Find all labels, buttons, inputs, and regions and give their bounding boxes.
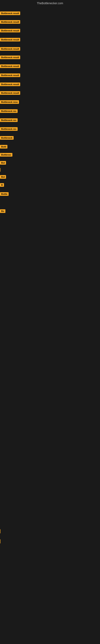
- bottleneck-badge-container-17: Bottlenec: [0, 153, 12, 158]
- bottleneck-badge-container-12: Bottleneck res: [0, 109, 18, 114]
- bottleneck-badge-1[interactable]: Bottleneck result: [0, 12, 20, 15]
- bottleneck-badge-container-19: Bot: [0, 175, 6, 180]
- bottleneck-badge-container-3: Bottleneck result: [0, 29, 20, 33]
- bottleneck-badge-container-10: Bottleneck result: [0, 91, 20, 96]
- bottleneck-badge-container-18: Bot: [0, 161, 6, 166]
- bottleneck-badge-3[interactable]: Bottleneck result: [0, 29, 20, 32]
- vertical-line-2: [0, 529, 0, 533]
- bottleneck-badge-16[interactable]: Bottl: [0, 145, 7, 148]
- bottleneck-badge-container-7: Bottleneck result: [0, 64, 20, 69]
- bottleneck-badge-4[interactable]: Bottleneck result: [0, 38, 20, 42]
- bottleneck-badge-5[interactable]: Bottleneck result: [0, 47, 20, 51]
- bottleneck-badge-13[interactable]: Bottleneck res: [0, 118, 18, 122]
- bottleneck-badge-18[interactable]: Bot: [0, 161, 6, 164]
- bottleneck-badge-container-16: Bottl: [0, 145, 7, 149]
- bottleneck-badge-container-2: Bottleneck result: [0, 20, 20, 24]
- bottleneck-badge-21[interactable]: Bottle: [0, 192, 9, 196]
- bottleneck-badge-container-8: Bottleneck result: [0, 74, 20, 78]
- bottleneck-badge-9[interactable]: Bottleneck result: [0, 82, 20, 86]
- bottleneck-badge-19[interactable]: Bot: [0, 175, 6, 179]
- bottleneck-badge-container-1: Bottleneck result: [0, 12, 20, 16]
- site-title: TheBottlenecker.com: [0, 0, 100, 6]
- bottleneck-badge-14[interactable]: Bottleneck res: [0, 127, 18, 131]
- bottleneck-badge-20[interactable]: B: [0, 183, 4, 187]
- bottleneck-badge-6[interactable]: Bottleneck result: [0, 56, 20, 59]
- bottleneck-badge-2[interactable]: Bottleneck result: [0, 20, 20, 24]
- bottleneck-badge-container-21: Bottle: [0, 192, 9, 196]
- bottleneck-badge-container-14: Bottleneck res: [0, 127, 18, 132]
- bottleneck-badge-container-20: B: [0, 183, 4, 188]
- bottleneck-badge-container-5: Bottleneck result: [0, 47, 20, 52]
- bottleneck-badge-11[interactable]: Bottleneck resu: [0, 100, 19, 104]
- bottleneck-badge-22[interactable]: Bo: [0, 209, 5, 213]
- bottleneck-badge-container-15: Bottleneck: [0, 136, 14, 140]
- vertical-line-3: [0, 539, 0, 544]
- bottleneck-badge-7[interactable]: Bottleneck result: [0, 64, 20, 68]
- bottleneck-badge-17[interactable]: Bottlenec: [0, 153, 12, 156]
- bottleneck-badge-15[interactable]: Bottleneck: [0, 136, 14, 140]
- bottleneck-badge-container-22: Bo: [0, 209, 5, 214]
- bottleneck-badge-container-6: Bottleneck result: [0, 56, 20, 60]
- bottleneck-badge-8[interactable]: Bottleneck result: [0, 74, 20, 77]
- bottleneck-badge-12[interactable]: Bottleneck res: [0, 109, 18, 113]
- bottleneck-badge-container-11: Bottleneck resu: [0, 100, 19, 105]
- bottleneck-badge-10[interactable]: Bottleneck result: [0, 91, 20, 95]
- vertical-line-1: [0, 168, 0, 172]
- bottleneck-badge-container-13: Bottleneck res: [0, 118, 18, 123]
- bottleneck-badge-container-4: Bottleneck result: [0, 38, 20, 42]
- bottleneck-badge-container-9: Bottleneck result: [0, 82, 20, 87]
